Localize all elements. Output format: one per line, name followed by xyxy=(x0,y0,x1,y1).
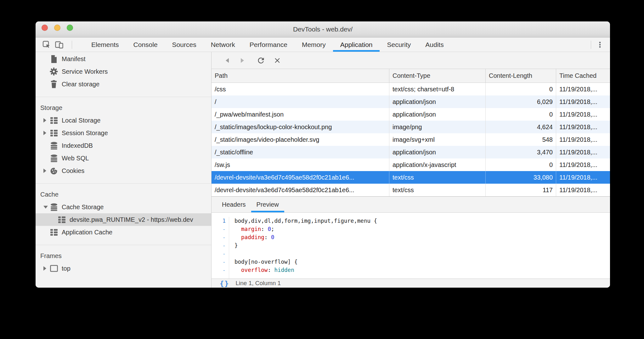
sidebar-section-frames: Frames xyxy=(36,250,211,262)
cell-time-cached: 11/19/2018,... xyxy=(556,184,610,196)
database-icon xyxy=(50,142,58,150)
table-icon xyxy=(50,129,58,137)
preview-tabbar: Headers Preview xyxy=(212,197,610,213)
pretty-print-icon[interactable]: {} xyxy=(220,279,229,287)
devtools-tabs: ElementsConsoleSourcesNetworkPerformance… xyxy=(84,37,451,52)
column-header-content-type[interactable]: Content-Type xyxy=(389,69,486,83)
sidebar-item-web-sql[interactable]: Web SQL xyxy=(36,152,211,164)
sidebar-item-local-storage[interactable]: Local Storage xyxy=(36,114,211,127)
back-button[interactable] xyxy=(223,56,232,65)
tab-headers[interactable]: Headers xyxy=(217,197,251,212)
code-lines: body,div,dl,dd,form,img,input,figure,men… xyxy=(229,217,610,279)
sidebar-item-service-workers[interactable]: Service Workers xyxy=(36,65,211,78)
chevron-right-icon[interactable] xyxy=(43,169,50,173)
database-icon xyxy=(50,154,58,162)
grid-header: Path Content-Type Content-Length Time Ca… xyxy=(212,69,610,83)
sidebar-item-label: devsite.pwa_RUNTIME_v2 - https://web.dev xyxy=(70,216,193,223)
sidebar-item-label: Service Workers xyxy=(62,68,108,75)
tab-console[interactable]: Console xyxy=(126,37,165,52)
chevron-down-icon[interactable] xyxy=(43,206,50,209)
tab-security[interactable]: Security xyxy=(380,37,418,52)
table-row[interactable]: /sw.jsapplication/x-javascript011/19/201… xyxy=(212,158,610,171)
chevron-right-icon[interactable] xyxy=(43,131,50,135)
tab-elements[interactable]: Elements xyxy=(84,37,126,52)
cookie-icon xyxy=(50,167,58,175)
sidebar-item-top[interactable]: top xyxy=(36,262,211,275)
cell-path: /_static/offline xyxy=(212,146,389,158)
sidebar-item-clear-storage[interactable]: Clear storage xyxy=(36,78,211,90)
sidebar-item-label: Manifest xyxy=(62,55,86,63)
table-row[interactable]: /application/json6,02911/19/2018,... xyxy=(212,95,610,108)
chevron-right-icon[interactable] xyxy=(43,266,50,271)
tab-performance[interactable]: Performance xyxy=(242,37,295,52)
code-line: margin: 0; xyxy=(234,225,610,233)
cell-content-type: image/svg+xml xyxy=(389,133,486,146)
cell-path: /css xyxy=(212,83,389,95)
sidebar-item-label: Clear storage xyxy=(62,81,99,88)
line-number: - xyxy=(212,258,226,266)
minimize-window-button[interactable] xyxy=(54,25,60,31)
sidebar-item-cookies[interactable]: Cookies xyxy=(36,164,211,177)
screen: DevTools - web.dev/ Elements xyxy=(0,0,644,339)
cell-content-type: text/css; charset=utf-8 xyxy=(389,83,486,95)
cell-content-type: application/x-javascript xyxy=(389,158,486,171)
table-row[interactable]: /_pwa/web/manifest.jsonapplication/json0… xyxy=(212,108,610,121)
code-line: body[no-overflow] { xyxy=(234,258,610,266)
sidebar-item-label: Session Storage xyxy=(62,129,108,137)
sidebar-item-label: Local Storage xyxy=(62,117,100,124)
cell-content-type: application/json xyxy=(389,146,486,158)
sidebar-item-devsite-pwa-runtime-v2-https-web-dev[interactable]: devsite.pwa_RUNTIME_v2 - https://web.dev xyxy=(36,213,211,226)
cell-content-type: application/json xyxy=(389,108,486,121)
column-header-time-cached[interactable]: Time Cached xyxy=(556,69,610,83)
cache-panel: Path Content-Type Content-Length Time Ca… xyxy=(212,52,610,288)
cell-content-length: 4,624 xyxy=(486,121,556,133)
toolbar-divider xyxy=(72,41,72,49)
close-window-button[interactable] xyxy=(42,25,48,31)
code-line: } xyxy=(234,241,610,250)
kebab-menu-icon[interactable] xyxy=(596,41,604,49)
column-header-content-length[interactable]: Content-Length xyxy=(486,69,556,83)
cell-content-length: 548 xyxy=(486,133,556,146)
titlebar[interactable]: DevTools - web.dev/ xyxy=(36,21,610,37)
sidebar-item-application-cache[interactable]: Application Cache xyxy=(36,226,211,238)
cell-path: /devrel-devsite/va3e6d7c495ae58d2f0c21ab… xyxy=(212,184,389,196)
sidebar-item-label: Cache Storage xyxy=(62,204,104,211)
preview-code-viewer[interactable]: 1------ body,div,dl,dd,form,img,input,fi… xyxy=(212,213,610,279)
column-header-path[interactable]: Path xyxy=(212,69,389,83)
sidebar-item-manifest[interactable]: Manifest xyxy=(36,53,211,65)
cell-time-cached: 11/19/2018,... xyxy=(556,108,610,121)
cell-content-length: 33,080 xyxy=(486,171,556,184)
table-row[interactable]: /_static/images/video-placeholder.svgima… xyxy=(212,133,610,146)
database-icon xyxy=(50,203,58,211)
cell-content-type: text/css xyxy=(389,171,486,184)
traffic-lights xyxy=(42,25,73,31)
table-row[interactable]: /_static/images/lockup-color-knockout.pn… xyxy=(212,121,610,133)
sidebar-item-indexeddb[interactable]: IndexedDB xyxy=(36,139,211,152)
sidebar-divider xyxy=(36,245,211,245)
sidebar-divider xyxy=(36,183,211,184)
cell-content-length: 3,470 xyxy=(486,146,556,158)
tab-memory[interactable]: Memory xyxy=(295,37,333,52)
forward-button[interactable] xyxy=(237,56,247,65)
sidebar-item-cache-storage[interactable]: Cache Storage xyxy=(36,201,211,213)
tab-network[interactable]: Network xyxy=(204,37,242,52)
table-row[interactable]: /_static/offlineapplication/json3,47011/… xyxy=(212,146,610,158)
tab-audits[interactable]: Audits xyxy=(418,37,451,52)
table-row[interactable]: /devrel-devsite/va3e6d7c495ae58d2f0c21ab… xyxy=(212,184,610,196)
delete-button[interactable] xyxy=(273,56,282,65)
sidebar-item-session-storage[interactable]: Session Storage xyxy=(36,127,211,139)
menu-divider xyxy=(591,41,591,49)
chevron-right-icon[interactable] xyxy=(43,118,50,123)
code-line: padding: 0 xyxy=(234,233,610,241)
tab-preview[interactable]: Preview xyxy=(251,197,284,212)
tab-sources[interactable]: Sources xyxy=(165,37,204,52)
inspect-element-icon[interactable] xyxy=(42,41,51,49)
cell-content-type: application/json xyxy=(389,95,486,108)
tab-application[interactable]: Application xyxy=(333,37,380,52)
cell-content-type: text/css xyxy=(389,184,486,196)
refresh-button[interactable] xyxy=(256,56,266,65)
device-toolbar-icon[interactable] xyxy=(55,41,64,49)
zoom-window-button[interactable] xyxy=(67,25,73,31)
table-row[interactable]: /csstext/css; charset=utf-8011/19/2018,.… xyxy=(212,83,610,95)
table-row[interactable]: /devrel-devsite/va3e6d7c495ae58d2f0c21ab… xyxy=(212,171,610,184)
